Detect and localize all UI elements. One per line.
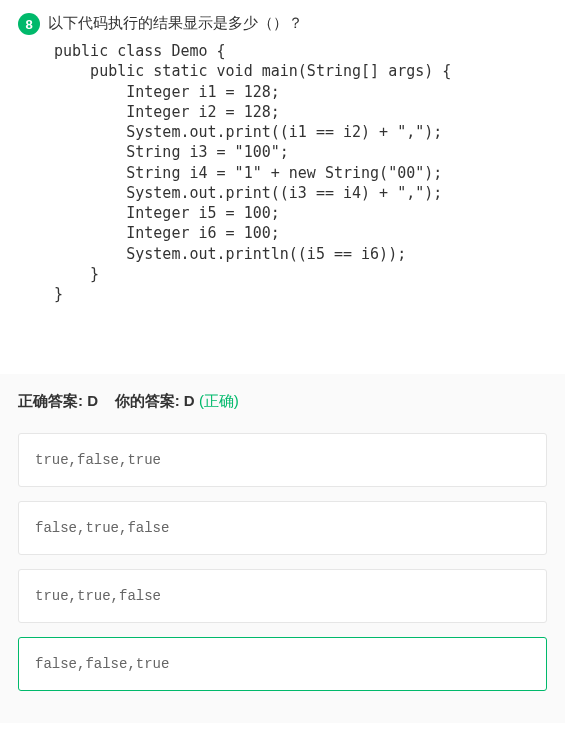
your-answer-label: 你的答案: <box>115 392 180 409</box>
answer-section: 正确答案: D 你的答案: D (正确) true,false,true fal… <box>0 374 565 723</box>
code-block: public class Demo { public static void m… <box>54 41 565 304</box>
option-c[interactable]: true,true,false <box>18 569 547 623</box>
option-text: false,true,false <box>35 520 169 536</box>
option-text: true,false,true <box>35 452 161 468</box>
your-answer-value: D <box>184 392 195 409</box>
option-a[interactable]: true,false,true <box>18 433 547 487</box>
correct-answer-label: 正确答案: <box>18 392 83 409</box>
option-b[interactable]: false,true,false <box>18 501 547 555</box>
option-text: true,true,false <box>35 588 161 604</box>
correct-answer-value: D <box>87 392 98 409</box>
question-number-badge: 8 <box>18 13 40 35</box>
option-text: false,false,true <box>35 656 169 672</box>
question-header: 8 以下代码执行的结果显示是多少（）？ <box>18 12 565 35</box>
question-container: 8 以下代码执行的结果显示是多少（）？ public class Demo { … <box>0 0 565 304</box>
question-title: 以下代码执行的结果显示是多少（）？ <box>48 12 303 34</box>
option-d[interactable]: false,false,true <box>18 637 547 691</box>
answer-summary: 正确答案: D 你的答案: D (正确) <box>18 392 547 411</box>
your-answer-status: (正确) <box>199 392 239 409</box>
